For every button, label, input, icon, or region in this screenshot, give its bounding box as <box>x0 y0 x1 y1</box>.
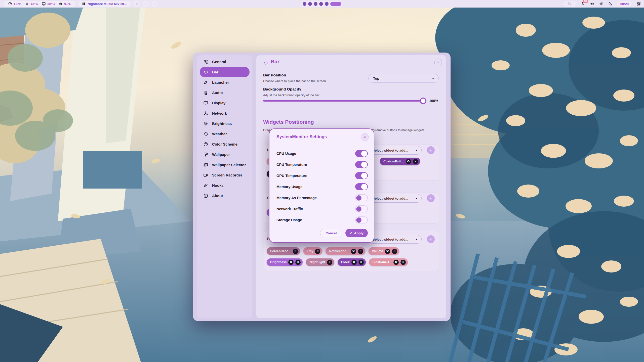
add-widget-select[interactable]: Select widget to add... ▼ <box>368 146 422 155</box>
widget-chip[interactable]: CustomButt... ⚙ × <box>380 158 420 165</box>
sidebar-item-color-scheme[interactable]: Color Scheme <box>200 139 250 149</box>
bar-position-label: Bar Position <box>263 73 286 77</box>
remove-icon[interactable]: × <box>392 249 397 254</box>
workspace-indicator <box>301 1 343 7</box>
gear-icon[interactable]: ⚙ <box>351 249 356 254</box>
widget-chip[interactable]: ScreenReco... × <box>267 247 300 255</box>
media-player-module[interactable]: Nightcore Music Mix 20... <box>78 1 131 7</box>
remove-icon[interactable]: × <box>327 260 332 265</box>
close-icon[interactable]: × <box>434 59 442 66</box>
close-icon[interactable]: × <box>361 133 369 141</box>
topbar-left-modules: 1.8% 43°C 38°C 9.7G Nightcore Music Mix … <box>4 1 158 7</box>
toggle-label: GPU Temperature <box>276 174 307 178</box>
widget-chip[interactable]: Notification... ⚙ × <box>326 247 365 255</box>
widget-chip[interactable]: Brightness ⚙ × <box>267 258 303 266</box>
sidebar-item-general[interactable]: General <box>200 57 250 67</box>
remove-icon[interactable]: × <box>293 249 298 254</box>
palette-icon <box>203 142 208 147</box>
bar-position-select[interactable]: Top ▼ <box>368 74 439 83</box>
system-stats-module[interactable]: 1.8% 43°C 38°C 9.7G <box>4 1 75 7</box>
widget-chip[interactable]: SidePanelT... ⚙ × <box>369 258 408 266</box>
notifications-button[interactable]: 10 <box>581 1 585 7</box>
gpu-temperature-toggle[interactable] <box>355 172 368 179</box>
tray-heart-icon[interactable]: ♡ <box>143 1 149 7</box>
workspace-dot[interactable] <box>308 2 312 6</box>
sidebar-item-weather[interactable]: Weather <box>200 129 250 139</box>
tray-app-button[interactable] <box>563 1 576 7</box>
add-widget-select[interactable]: Select widget to add... ▼ <box>368 235 422 244</box>
cat-icon <box>568 2 572 6</box>
workspace-dot[interactable] <box>314 2 317 6</box>
workspace-dot[interactable] <box>303 2 306 6</box>
toggle-label: CPU Temperature <box>276 163 307 167</box>
add-widget-placeholder: Select widget to add... <box>373 197 408 200</box>
sidebar-item-hooks[interactable]: Hooks <box>200 180 250 191</box>
remove-icon[interactable]: × <box>413 159 418 164</box>
remove-icon[interactable]: × <box>358 260 364 265</box>
sidebar-item-display[interactable]: Display <box>200 98 250 108</box>
bar-position-value: Top <box>373 76 379 80</box>
opacity-slider-knob[interactable] <box>420 98 426 104</box>
cpu-temperature-toggle[interactable] <box>355 161 368 168</box>
sun-icon <box>203 121 208 126</box>
cancel-button[interactable]: Cancel <box>320 229 342 237</box>
gear-icon[interactable]: ⚙ <box>393 260 399 265</box>
tray-heart-icon-2[interactable]: ♡ <box>152 1 158 7</box>
night-light-moon-icon[interactable] <box>608 2 613 6</box>
gear-icon[interactable]: ⚙ <box>351 260 357 265</box>
add-widget-select[interactable]: Select widget to add... ▼ <box>368 194 422 203</box>
sidebar-item-launcher[interactable]: Launcher <box>200 77 250 87</box>
widget-chip[interactable]: Volume ⚙ × <box>369 247 399 255</box>
widget-chip[interactable]: NightLight × <box>306 258 334 266</box>
system-monitor-settings-dialog: SystemMonitor Settings × CPU Usage CPU T… <box>269 128 374 243</box>
sidebar-item-label: General <box>212 60 226 64</box>
toggle-row: Memory As Percentage <box>269 192 374 203</box>
sidebar-item-network[interactable]: Network <box>200 108 250 118</box>
brightness-sun-icon[interactable] <box>599 2 603 6</box>
sidebar-item-wallpaper[interactable]: Wallpaper <box>200 149 250 160</box>
workspaces-module[interactable] <box>301 1 343 7</box>
background-opacity-label: Background Opacity <box>263 87 301 92</box>
gear-icon[interactable]: ⚙ <box>385 249 390 254</box>
remove-icon[interactable]: × <box>358 249 363 254</box>
add-widget-button[interactable]: + <box>427 235 435 243</box>
tray-skull-icon[interactable]: ☠ <box>134 1 140 7</box>
widget-chip-label: ScreenReco... <box>270 249 291 253</box>
widgets-positioning-title: Widgets Positioning <box>263 119 314 125</box>
storage-usage-toggle[interactable] <box>355 216 368 223</box>
workspace-dot[interactable] <box>325 2 329 6</box>
remove-icon[interactable]: × <box>400 260 406 265</box>
sidebar-item-about[interactable]: About <box>200 191 250 201</box>
dashboard-add-icon[interactable] <box>636 2 641 6</box>
sidebar-item-brightness[interactable]: Brightness <box>200 118 250 129</box>
sidebar-item-screen-recorder[interactable]: Screen Recorder <box>200 170 250 180</box>
memory-usage-toggle[interactable] <box>355 183 368 190</box>
sidebar-item-audio[interactable]: Audio <box>200 87 250 98</box>
volume-icon[interactable] <box>590 2 594 6</box>
network-traffic-toggle[interactable] <box>355 205 368 212</box>
workspace-dot[interactable] <box>319 2 323 6</box>
pill-icon <box>263 61 268 66</box>
cpu-usage-toggle[interactable] <box>355 150 368 157</box>
apply-button[interactable]: ✓ Apply <box>345 229 368 237</box>
clock-module[interactable]: 00:28 <box>617 1 632 7</box>
remove-icon[interactable]: × <box>315 249 320 254</box>
toggle-row: Network Traffic <box>269 203 374 214</box>
workspace-active-pill[interactable] <box>330 2 341 6</box>
memory-as-percentage-toggle[interactable] <box>355 194 368 201</box>
sidebar-item-wallpaper-selector[interactable]: Wallpaper Selector <box>200 160 250 170</box>
toggle-row: Memory Usage <box>269 181 374 192</box>
opacity-slider-track[interactable] <box>263 100 425 102</box>
widget-chip[interactable]: Tray × <box>303 247 323 255</box>
remove-icon[interactable]: × <box>295 260 301 265</box>
toggle-list: CPU Usage CPU Temperature GPU Temperatur… <box>269 148 374 225</box>
info-icon <box>203 193 208 198</box>
sidebar-item-bar[interactable]: Bar <box>200 67 250 77</box>
gear-icon[interactable]: ⚙ <box>288 260 294 265</box>
chevron-down-icon: ▼ <box>415 238 418 241</box>
widget-chip-label: Tray <box>307 249 313 253</box>
add-widget-button[interactable]: + <box>427 194 435 202</box>
widget-chip[interactable]: Clock ⚙ × <box>338 258 366 266</box>
add-widget-button[interactable]: + <box>427 146 435 154</box>
gear-icon[interactable]: ⚙ <box>406 159 411 164</box>
